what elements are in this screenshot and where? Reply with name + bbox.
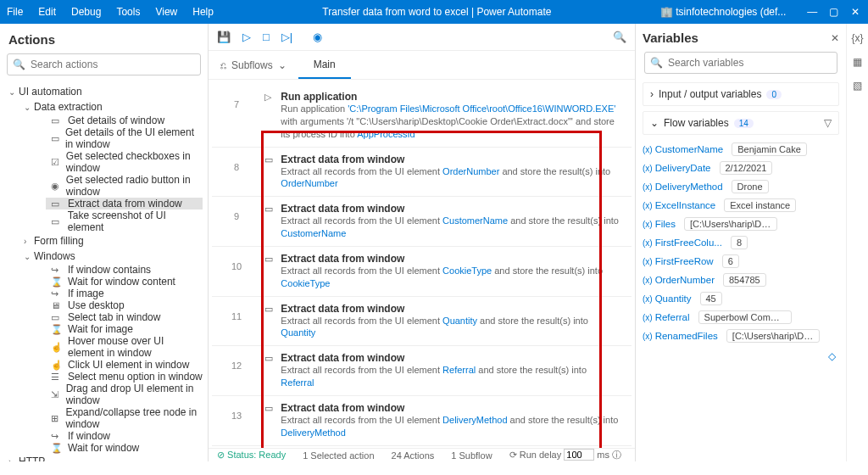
variables-list: (x) CustomerNameBenjamin Cake(x) Deliver… bbox=[643, 140, 839, 345]
io-variables-section[interactable]: › Input / output variables 0 bbox=[643, 82, 839, 106]
variable-item[interactable]: (x) Quantity45 bbox=[643, 289, 839, 308]
maximize-icon[interactable]: ▢ bbox=[828, 6, 840, 18]
variable-name: Referral bbox=[655, 312, 690, 322]
account-label[interactable]: 🏢 tsinfotechnologies (def... bbox=[660, 6, 786, 18]
close-variables-icon[interactable]: ✕ bbox=[831, 32, 839, 44]
action-select-menu[interactable]: ☰Select menu option in window bbox=[46, 371, 203, 383]
step-title: Extract data from window bbox=[281, 303, 619, 315]
variable-item[interactable]: (x) FirstFreeRow6 bbox=[643, 252, 839, 271]
var-icon: (x) bbox=[643, 276, 653, 285]
desktop-icon: 🖥 bbox=[51, 300, 63, 310]
close-icon[interactable]: ✕ bbox=[849, 6, 861, 18]
var-icon: (x) bbox=[643, 313, 653, 322]
step-icon: ▭ bbox=[264, 154, 278, 165]
run-icon[interactable]: ▷ bbox=[242, 31, 251, 43]
flow-step[interactable]: 7 ▷ Run application Run application 'C:\… bbox=[212, 85, 632, 148]
variable-item[interactable]: (x) DeliveryDate2/12/2021 bbox=[643, 159, 839, 177]
tree-form-filling[interactable]: Form filling bbox=[20, 233, 203, 249]
menu-debug[interactable]: Debug bbox=[71, 6, 101, 18]
action-use-desktop[interactable]: 🖥Use desktop bbox=[46, 299, 203, 311]
flow-step[interactable]: 14 ▭ Extract data from window Extract al… bbox=[212, 446, 632, 448]
variable-item[interactable]: (x) RenamedFiles[C:\Users\harip\De... bbox=[643, 327, 839, 345]
tab-main[interactable]: Main bbox=[298, 52, 351, 79]
tree-ui-automation[interactable]: UI automation bbox=[5, 84, 203, 99]
action-click-element[interactable]: ☝Click UI element in window bbox=[46, 359, 203, 371]
action-if-window[interactable]: ↪If window bbox=[46, 430, 203, 442]
window-icon: ▭ bbox=[51, 216, 63, 227]
subflows-dropdown[interactable]: ⎌Subflows ⌄ bbox=[209, 59, 298, 71]
tree-http[interactable]: HTTP bbox=[5, 454, 203, 461]
record-icon[interactable]: ◉ bbox=[313, 31, 322, 43]
action-wait-image[interactable]: ⌛Wait for image bbox=[46, 323, 203, 335]
stop-icon[interactable]: □ bbox=[263, 31, 270, 43]
tree-data-extraction[interactable]: Data extraction bbox=[20, 99, 203, 115]
menu-help[interactable]: Help bbox=[192, 6, 214, 18]
flow-step[interactable]: 9 ▭ Extract data from window Extract all… bbox=[212, 197, 632, 247]
variable-item[interactable]: (x) OrderNumber854785 bbox=[643, 271, 839, 289]
action-drag-drop[interactable]: ⇲Drag and drop UI element in window bbox=[46, 383, 203, 406]
window-icon: ▭ bbox=[51, 115, 63, 126]
action-expand-tree[interactable]: ⊞Expand/collapse tree node in window bbox=[46, 406, 203, 430]
menu-file[interactable]: File bbox=[7, 6, 23, 18]
step-number: 8 bbox=[212, 152, 261, 172]
flow-step[interactable]: 11 ▭ Extract data from window Extract al… bbox=[212, 297, 632, 347]
tree-windows[interactable]: Windows bbox=[20, 249, 203, 264]
chevron-down-icon: ⌄ bbox=[650, 117, 659, 129]
hourglass-icon: ⌛ bbox=[51, 324, 63, 335]
search-actions-input[interactable] bbox=[29, 57, 195, 72]
variable-item[interactable]: (x) ExcelInstanceExcel instance bbox=[643, 196, 839, 215]
search-actions[interactable]: 🔍 bbox=[7, 53, 201, 75]
action-extract-data-window[interactable]: ▭Extract data from window bbox=[46, 198, 203, 210]
step-number: 11 bbox=[212, 301, 261, 321]
action-get-radio[interactable]: ◉Get selected radio button in window bbox=[46, 174, 203, 198]
step-title: Extract data from window bbox=[281, 352, 619, 364]
search-variables[interactable]: 🔍 bbox=[644, 52, 837, 74]
flow-step[interactable]: 10 ▭ Extract data from window Extract al… bbox=[212, 247, 632, 297]
action-screenshot[interactable]: ▭Take screenshot of UI element bbox=[46, 210, 203, 233]
variable-value: Excel instance bbox=[724, 198, 796, 212]
action-select-tab[interactable]: ▭Select tab in window bbox=[46, 311, 203, 323]
minimize-icon[interactable]: — bbox=[806, 6, 818, 18]
action-wait-window[interactable]: ⌛Wait for window bbox=[46, 442, 203, 454]
var-icon: (x) bbox=[643, 332, 653, 341]
search-flow-icon[interactable]: 🔍 bbox=[613, 31, 626, 43]
action-if-window-contains[interactable]: ↪If window contains bbox=[46, 264, 203, 276]
action-hover-element[interactable]: ☝Hover mouse over UI element in window bbox=[46, 335, 203, 359]
variable-value: 6 bbox=[722, 254, 739, 268]
variable-item[interactable]: (x) FirstFreeColu...8 bbox=[643, 233, 839, 252]
action-get-checkboxes[interactable]: ☑Get selected checkboxes in window bbox=[46, 150, 203, 174]
flow-body[interactable]: 7 ▷ Run application Run application 'C:\… bbox=[209, 80, 635, 448]
variable-item[interactable]: (x) ReferralSuperbowl Comm... bbox=[643, 308, 839, 327]
menu-tools[interactable]: Tools bbox=[116, 6, 140, 18]
variable-item[interactable]: (x) DeliveryMethodDrone bbox=[643, 177, 839, 196]
action-get-details-window[interactable]: ▭Get details of window bbox=[46, 115, 203, 126]
variable-item[interactable]: (x) Files[C:\Users\harip\De... bbox=[643, 215, 839, 233]
var-x-icon[interactable]: {x} bbox=[851, 32, 863, 44]
step-number: 12 bbox=[212, 350, 261, 371]
action-if-image[interactable]: ↪If image bbox=[46, 288, 203, 299]
flow-step[interactable]: 8 ▭ Extract data from window Extract all… bbox=[212, 148, 632, 198]
flow-variables-section[interactable]: ⌄ Flow variables 14 ▽ bbox=[643, 111, 839, 135]
cursor-icon: ☝ bbox=[51, 342, 63, 353]
layers-icon[interactable]: ▦ bbox=[853, 56, 862, 68]
var-icon: (x) bbox=[643, 238, 653, 248]
save-icon[interactable]: 💾 bbox=[217, 31, 231, 43]
flow-step[interactable]: 12 ▭ Extract data from window Extract al… bbox=[212, 346, 632, 396]
variable-item[interactable]: (x) CustomerNameBenjamin Cake bbox=[643, 140, 839, 159]
io-count-badge: 0 bbox=[766, 90, 782, 99]
images-icon[interactable]: ▧ bbox=[853, 80, 862, 92]
menu-edit[interactable]: Edit bbox=[38, 6, 56, 18]
var-icon: (x) bbox=[643, 294, 653, 304]
action-get-details-element[interactable]: ▭Get details of the UI element in window bbox=[46, 126, 203, 150]
action-wait-window-content[interactable]: ⌛Wait for window content bbox=[46, 276, 203, 288]
flow-step[interactable]: 13 ▭ Extract data from window Extract al… bbox=[212, 396, 632, 446]
search-variables-input[interactable] bbox=[666, 55, 832, 70]
erase-icon[interactable]: ◇ bbox=[643, 345, 839, 367]
filter-icon[interactable]: ▽ bbox=[824, 117, 832, 129]
run-delay-input[interactable] bbox=[564, 449, 594, 461]
step-number: 13 bbox=[212, 400, 261, 421]
menu-bar: File Edit Debug Tools View Help bbox=[7, 6, 214, 18]
step-icon[interactable]: ▷| bbox=[281, 31, 292, 43]
status-ready: ⊘ Status: Ready bbox=[217, 450, 286, 461]
menu-view[interactable]: View bbox=[155, 6, 177, 18]
